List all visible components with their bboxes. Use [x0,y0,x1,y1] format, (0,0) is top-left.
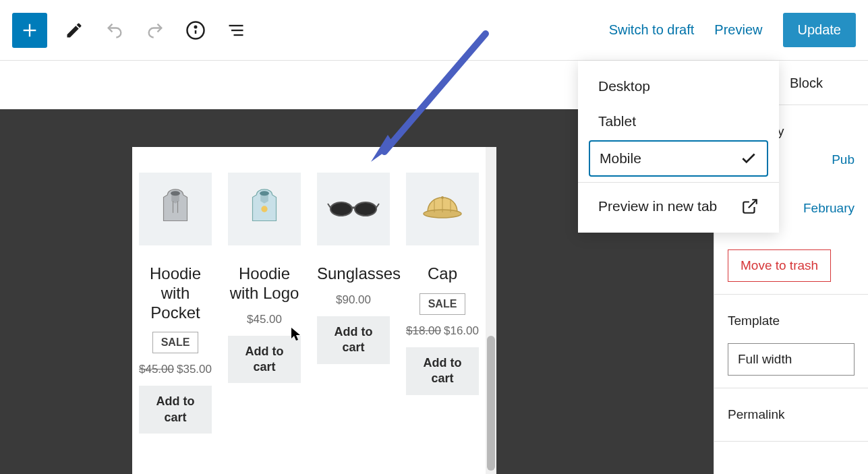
redo-icon [146,21,165,40]
product-title: Sunglasses [317,264,390,284]
product-card: Sunglasses $90.00 Add to cart [317,173,390,434]
undo-button[interactable] [101,17,128,44]
mobile-preview-frame: Hoodie with Pocket SALE $45.00$35.00 Add… [132,147,496,474]
product-title: Hoodie with Pocket [139,264,212,322]
template-select[interactable]: Full width [728,343,855,376]
svg-point-14 [441,196,444,199]
product-card: Hoodie with Logo $45.00 Add to cart [228,173,301,434]
permalink-label: Permalink [728,401,855,429]
add-to-cart-button[interactable]: Add to cart [317,316,390,364]
product-card: Hoodie with Pocket SALE $45.00$35.00 Add… [139,173,212,434]
svg-point-10 [261,206,267,212]
preview-option-label: Mobile [600,150,641,167]
svg-point-12 [355,202,376,216]
add-to-cart-button[interactable]: Add to cart [139,386,212,434]
product-price: $90.00 [317,293,390,307]
preview-option-tablet[interactable]: Tablet [578,104,779,139]
list-icon [227,21,245,40]
hoodie-gray-icon [152,185,199,233]
svg-point-8 [171,191,180,196]
preview-dropdown: Desktop Tablet Mobile Preview in new tab [578,61,779,233]
svg-point-11 [330,202,352,216]
edit-mode-button[interactable] [61,17,88,44]
sidebar-section-template: Template Full width [714,295,868,388]
outline-button[interactable] [223,17,250,44]
toolbar-left [12,13,250,48]
product-grid: Hoodie with Pocket SALE $45.00$35.00 Add… [139,173,479,434]
svg-point-9 [260,191,269,196]
redo-button[interactable] [142,17,169,44]
update-button[interactable]: Update [783,13,857,47]
svg-line-15 [749,200,757,208]
switch-to-draft-button[interactable]: Switch to draft [609,22,695,38]
pencil-icon [65,21,84,40]
external-link-icon [741,198,759,215]
product-price: $45.00 [228,313,301,326]
preview-option-desktop[interactable]: Desktop [578,69,779,104]
editor-toolbar: Switch to draft Preview Update [0,0,868,61]
svg-point-4 [195,26,197,28]
product-image[interactable] [406,173,479,245]
product-image[interactable] [228,173,301,245]
undo-icon [105,21,124,40]
plus-icon [20,21,39,40]
product-price: $18.00$16.00 [406,324,479,338]
info-icon [185,20,206,40]
cap-icon [417,191,468,228]
product-image[interactable] [139,173,212,245]
product-title: Cap [406,264,479,284]
sale-badge: SALE [152,332,199,353]
preview-option-mobile[interactable]: Mobile [589,140,768,177]
preview-button[interactable]: Preview [714,22,762,38]
check-icon [740,150,757,167]
scrollbar[interactable] [486,147,496,474]
product-image[interactable] [317,173,390,245]
add-to-cart-button[interactable]: Add to cart [406,347,479,395]
template-label: Template [728,307,855,335]
dropdown-separator [578,182,779,183]
product-title: Hoodie with Logo [228,264,301,303]
product-price: $45.00$35.00 [139,363,212,376]
sale-badge: SALE [419,293,466,315]
preview-content: Hoodie with Pocket SALE $45.00$35.00 Add… [132,147,486,474]
hoodie-blue-icon [241,185,288,233]
product-card: Cap SALE $18.00$16.00 Add to cart [406,173,479,434]
preview-new-tab-label: Preview in new tab [598,198,717,214]
sidebar-section-permalink: Permalink [714,388,868,442]
preview-new-tab[interactable]: Preview in new tab [578,188,779,225]
info-button[interactable] [182,17,209,44]
scrollbar-thumb[interactable] [487,336,495,471]
move-to-trash-button[interactable]: Move to trash [728,249,831,282]
add-to-cart-button[interactable]: Add to cart [228,336,301,384]
sunglasses-icon [326,196,380,223]
add-block-button[interactable] [12,13,47,48]
toolbar-right: Switch to draft Preview Update [609,13,856,47]
